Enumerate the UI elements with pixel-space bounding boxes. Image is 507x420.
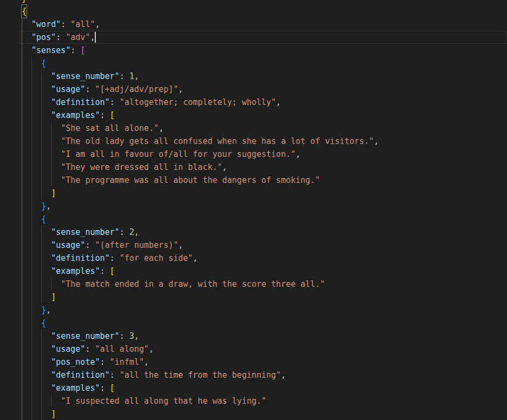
code-line[interactable]: "I am all in favour of/all for your sugg… [0,148,507,161]
code-line[interactable]: "pos_note": "infml", [0,356,507,369]
code-line[interactable]: "She sat all alone.", [0,122,507,135]
json-key: "usage" [51,240,85,250]
indent-spaces [22,175,61,185]
bracket: } [41,201,46,211]
indent-spaces [22,123,61,133]
code-line[interactable]: "The programme was all about the dangers… [0,174,507,187]
code-line[interactable]: "usage": "all along", [0,343,507,356]
json-punctuation: , [222,162,227,172]
json-key: "senses" [31,45,70,55]
json-punctuation: , [134,71,139,81]
code-line[interactable]: { [0,213,507,226]
code-line[interactable]: "The match ended in a draw, with the sco… [0,278,507,291]
bracket: ] [51,292,56,302]
bracket: [ [110,383,115,393]
json-punctuation: , [178,84,183,94]
indent-spaces [22,266,51,276]
code-line[interactable]: "usage": "[+adj/adv/prep]", [0,83,507,96]
code-line[interactable]: "I suspected all along that he was lying… [0,395,507,408]
indent-spaces [22,383,51,393]
indent-spaces [22,240,51,250]
json-punctuation: : [120,331,129,341]
json-punctuation: : [70,45,80,55]
indent-spaces [22,110,51,120]
json-string: "The programme was all about the dangers… [61,175,320,185]
json-number: 3 [129,331,134,341]
text-cursor [95,32,96,43]
code-line[interactable]: "word": "all", [0,18,507,31]
code-line-current[interactable]: "pos": "adv", [0,31,507,44]
json-punctuation: , [296,149,301,159]
code-line[interactable]: { [0,5,507,18]
code-line[interactable]: "examples": [ [0,265,507,278]
indent-spaces [22,149,61,159]
code-line[interactable]: "senses": [ [0,44,507,57]
code-line[interactable]: ] [0,408,507,420]
code-line[interactable]: }, [0,200,507,213]
json-key: "usage" [51,344,85,354]
json-punctuation: : [120,71,129,81]
code-line[interactable]: "examples": [ [0,109,507,122]
indent-spaces [22,357,51,367]
json-punctuation: , [134,331,139,341]
json-punctuation: : [100,110,110,120]
json-editor[interactable]: }{ "word": "all", "pos": "adv", "senses"… [0,0,507,420]
code-line[interactable]: "sense_number": 1, [0,70,507,83]
json-punctuation: : [110,97,120,107]
bracket: { [41,58,46,68]
code-line[interactable]: }, [0,304,507,317]
indent-spaces [22,19,31,29]
json-key: "sense_number" [51,331,119,341]
matched-bracket: { [22,5,27,18]
code-line[interactable]: ] [0,291,507,304]
json-punctuation: , [159,123,164,133]
json-key: "examples" [51,266,100,276]
code-line[interactable]: "sense_number": 3, [0,330,507,343]
json-key: "sense_number" [51,227,119,237]
bracket: { [41,318,46,328]
code-line[interactable]: "usage": "(after numbers)", [0,239,507,252]
json-punctuation: : [100,383,110,393]
json-string: "The old lady gets all confused when she… [61,136,374,146]
code-line[interactable]: } [0,0,507,5]
code-line[interactable]: { [0,57,507,70]
json-punctuation: , [46,201,51,211]
json-string: "all the time from the beginning" [120,370,281,380]
json-punctuation: : [100,357,110,367]
indent-spaces [22,292,51,302]
json-key: "sense_number" [51,71,119,81]
json-punctuation: , [276,97,281,107]
code-line[interactable]: ] [0,187,507,200]
json-punctuation: , [281,370,286,380]
json-string: "all" [70,19,95,29]
json-punctuation: , [374,136,379,146]
json-punctuation: , [90,32,95,42]
json-punctuation: : [85,344,95,354]
code-area[interactable]: }{ "word": "all", "pos": "adv", "senses"… [0,0,507,420]
json-key: "pos" [31,32,56,42]
json-string: "all along" [95,344,148,354]
json-string: "for each side" [120,253,193,263]
indent-spaces [22,97,51,107]
code-line[interactable]: "sense_number": 2, [0,226,507,239]
code-line[interactable]: "They were dressed all in black.", [0,161,507,174]
indent-spaces [22,305,41,315]
json-key: "definition" [51,370,109,380]
code-line[interactable]: "examples": [ [0,382,507,395]
bracket: ] [51,188,56,198]
code-line[interactable]: "definition": "for each side", [0,252,507,265]
code-line[interactable]: "definition": "altogether; completely; w… [0,96,507,109]
bracket: } [22,0,27,3]
indent-spaces [22,396,61,406]
code-line[interactable]: "The old lady gets all confused when she… [0,135,507,148]
indent-spaces [22,188,51,198]
bracket: ] [51,409,56,419]
json-key: "usage" [51,84,85,94]
json-punctuation: , [134,227,139,237]
indent-spaces [22,409,51,419]
json-key: "pos_note" [51,357,100,367]
code-line[interactable]: "definition": "all the time from the beg… [0,369,507,382]
indent-spaces [22,344,51,354]
indent-spaces [22,58,41,68]
code-line[interactable]: { [0,317,507,330]
